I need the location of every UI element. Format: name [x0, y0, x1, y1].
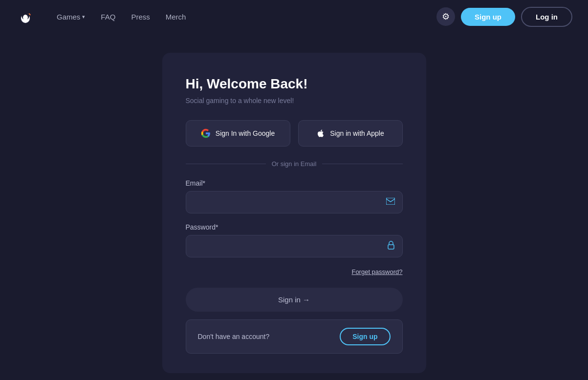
nav-press[interactable]: Press [125, 9, 155, 25]
chevron-down-icon: ▾ [82, 14, 85, 20]
navbar: Games ▾ FAQ Press Merch ⚙ Sign up Log in [0, 0, 588, 33]
theme-toggle-button[interactable]: ⚙ [436, 7, 455, 26]
password-field-group: Password* [186, 223, 403, 257]
google-signin-button[interactable]: Sign In with Google [186, 120, 290, 147]
main-content: Hi, Welcome Back! Social gaming to a who… [0, 33, 588, 380]
logo[interactable] [16, 6, 51, 27]
social-buttons: Sign In with Google Sign in with Apple [186, 120, 403, 147]
divider-line-right [322, 164, 402, 164]
apple-icon [316, 128, 325, 138]
apple-signin-button[interactable]: Sign in with Apple [298, 120, 403, 147]
card-signup-button[interactable]: Sign up [340, 328, 390, 345]
nav-faq[interactable]: FAQ [95, 9, 121, 25]
nav-signup-button[interactable]: Sign up [461, 8, 515, 26]
nav-login-button[interactable]: Log in [521, 7, 572, 27]
card-subtitle: Social gaming to a whole new level! [186, 97, 403, 105]
card-title: Hi, Welcome Back! [186, 76, 403, 92]
no-account-text: Don't have an account? [198, 333, 270, 340]
nav-merch[interactable]: Merch [160, 9, 192, 25]
nav-games[interactable]: Games ▾ [51, 9, 91, 25]
nav-actions: ⚙ Sign up Log in [436, 7, 572, 27]
google-icon [201, 128, 211, 138]
divider-text: Or sign in Email [272, 160, 317, 168]
password-input-wrapper [186, 235, 403, 257]
signup-footer: Don't have an account? Sign up [186, 319, 403, 354]
svg-point-3 [23, 15, 28, 21]
password-input[interactable] [186, 235, 403, 257]
email-label: Email* [186, 179, 403, 187]
email-input-wrapper [186, 191, 403, 213]
divider-line-left [186, 164, 266, 164]
forgot-password-link[interactable]: Forget password? [351, 268, 402, 275]
theme-icon: ⚙ [442, 11, 450, 22]
signin-button[interactable]: Sign in → [186, 288, 403, 312]
email-field-group: Email* [186, 179, 403, 213]
divider: Or sign in Email [186, 160, 403, 168]
nav-links: Games ▾ FAQ Press Merch [51, 9, 436, 25]
password-label: Password* [186, 223, 403, 231]
login-card: Hi, Welcome Back! Social gaming to a who… [162, 53, 426, 373]
email-input[interactable] [186, 191, 403, 213]
forgot-password-container: Forget password? [186, 267, 403, 276]
